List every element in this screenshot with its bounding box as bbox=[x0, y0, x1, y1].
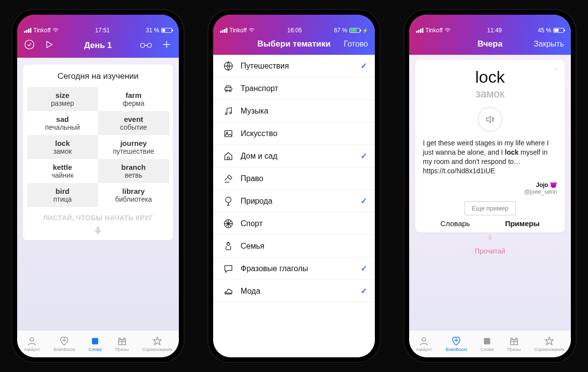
globe-icon bbox=[221, 61, 236, 71]
word-cell[interactable]: sadпечальный bbox=[27, 111, 98, 135]
topic-row[interactable]: Искусство bbox=[213, 122, 375, 145]
word-ru: путешествие bbox=[100, 147, 167, 155]
translation: замок bbox=[423, 88, 557, 100]
tab-слова[interactable]: Слова bbox=[89, 336, 102, 352]
word-ru: птица bbox=[29, 195, 96, 203]
seg-examples[interactable]: Примеры bbox=[505, 219, 540, 228]
shoe-icon bbox=[221, 286, 236, 297]
screen-3: Tinkoff 11:49 45 % Вчера Закрыть ⌄ lock … bbox=[409, 15, 571, 357]
word-cell[interactable]: libraryбиблиотека bbox=[98, 183, 169, 207]
svg-point-2 bbox=[147, 43, 152, 47]
word-ru: событие bbox=[100, 123, 167, 131]
tab-соревнования[interactable]: Соревнования bbox=[142, 336, 172, 352]
tab-brainboost[interactable]: BrainBoost bbox=[53, 336, 75, 352]
battery-icon bbox=[349, 28, 360, 33]
word-cell[interactable]: sizeразмер bbox=[27, 87, 98, 111]
play-icon[interactable] bbox=[44, 39, 54, 52]
word-cell[interactable]: kettleчайник bbox=[27, 159, 98, 183]
glasses-icon[interactable] bbox=[140, 40, 152, 51]
topic-row[interactable]: Природа✓ bbox=[213, 190, 375, 212]
clock: 17:51 bbox=[95, 27, 110, 34]
topic-label: Искусство bbox=[241, 129, 367, 138]
body: Сегодня на изучении sizeразмерfarmфермаs… bbox=[17, 58, 179, 330]
word-cell[interactable]: birdптица bbox=[27, 183, 98, 207]
close-button[interactable]: Закрыть bbox=[534, 40, 564, 48]
header: Tinkoff 11:49 45 % Вчера Закрыть bbox=[409, 15, 571, 55]
done-button[interactable]: Готово bbox=[344, 40, 368, 48]
word-cell[interactable]: journeyпутешествие bbox=[98, 135, 169, 159]
carrier: Tinkoff bbox=[425, 27, 442, 34]
speaker-button[interactable] bbox=[478, 107, 502, 132]
tab-label: Соревнования bbox=[142, 347, 172, 352]
svg-point-9 bbox=[229, 90, 231, 92]
word-en: journey bbox=[100, 139, 167, 147]
svg-point-18 bbox=[422, 338, 425, 341]
topic-row[interactable]: Транспорт bbox=[213, 77, 375, 100]
read-hint: Прочитай bbox=[415, 247, 565, 255]
word-ru: замок bbox=[29, 147, 96, 155]
tab-слова[interactable]: Слова bbox=[481, 336, 494, 352]
signal-icon bbox=[416, 28, 423, 33]
word-en: size bbox=[29, 91, 96, 99]
more-example-button[interactable]: Еще пример bbox=[465, 201, 516, 215]
battery-icon bbox=[161, 28, 172, 33]
topic-row[interactable]: Мода✓ bbox=[213, 280, 375, 302]
topic-row[interactable]: Фразовые глаголы✓ bbox=[213, 257, 375, 280]
word-cell[interactable]: branchветвь bbox=[98, 159, 169, 183]
carrier: Tinkoff bbox=[229, 27, 246, 34]
tree-icon bbox=[221, 196, 236, 207]
image-icon bbox=[221, 128, 236, 139]
baby-icon bbox=[221, 241, 236, 252]
status-bar: Tinkoff 11:49 45 % bbox=[409, 25, 571, 35]
check-icon: ✓ bbox=[361, 264, 367, 273]
seg-dictionary[interactable]: Словарь bbox=[441, 219, 470, 228]
tab-brainboost[interactable]: BrainBoost bbox=[445, 336, 467, 352]
tab-аккаунт[interactable]: Аккаунт bbox=[24, 336, 40, 352]
phone-1: Tinkoff 17:51 31 % День 1 bbox=[12, 10, 184, 362]
topic-row[interactable]: Спорт bbox=[213, 212, 375, 235]
svg-rect-19 bbox=[484, 338, 490, 345]
svg-rect-12 bbox=[225, 130, 232, 137]
wifi-icon bbox=[52, 28, 59, 33]
tab-label: Слова bbox=[89, 347, 102, 352]
word-en: farm bbox=[100, 91, 167, 99]
topic-row[interactable]: Дом и сад✓ bbox=[213, 145, 375, 167]
check-icon: ✓ bbox=[361, 151, 367, 161]
topic-row[interactable]: Путешествия✓ bbox=[213, 55, 375, 77]
topic-row[interactable]: Право bbox=[213, 167, 375, 190]
gavel-icon bbox=[221, 173, 236, 184]
clock: 11:49 bbox=[487, 27, 502, 34]
status-bar: Tinkoff 16:05 67 % ⚡ bbox=[213, 25, 375, 35]
tab-bar: АккаунтBrainBoostСловаПризыСоревнования bbox=[17, 330, 179, 357]
topic-label: Мода bbox=[241, 287, 361, 296]
plus-icon[interactable] bbox=[161, 39, 172, 52]
tab-призы[interactable]: Призы bbox=[115, 336, 128, 352]
author: Jojo 😈 @joee_senn bbox=[423, 182, 557, 195]
topic-list[interactable]: Путешествия✓ТранспортМузыкаИскусствоДом … bbox=[213, 55, 375, 357]
topic-row[interactable]: Семья bbox=[213, 235, 375, 257]
check-circle-icon[interactable] bbox=[24, 39, 35, 52]
header: Tinkoff 16:05 67 % ⚡ Выбери тематики Гот… bbox=[213, 15, 375, 55]
word-ru: размер bbox=[29, 99, 96, 107]
tab-аккаунт[interactable]: Аккаунт bbox=[416, 336, 432, 352]
wifi-icon bbox=[248, 28, 255, 33]
word-en: branch bbox=[100, 163, 167, 171]
topic-label: Природа bbox=[241, 197, 361, 206]
topic-row[interactable]: Музыка bbox=[213, 100, 375, 122]
battery-icon bbox=[553, 28, 564, 33]
chevron-down-icon[interactable]: ⌄ bbox=[553, 65, 558, 71]
word-cell[interactable]: farmферма bbox=[98, 87, 169, 111]
tab-призы[interactable]: Призы bbox=[507, 336, 520, 352]
tab-соревнования[interactable]: Соревнования bbox=[534, 336, 564, 352]
tab-label: Слова bbox=[481, 347, 494, 352]
example-link[interactable]: https://t.co/Nd8x1d1iUE bbox=[423, 167, 495, 175]
tab-label: BrainBoost bbox=[445, 347, 467, 352]
nav-title: Вчера bbox=[478, 39, 503, 49]
check-icon: ✓ bbox=[361, 286, 367, 296]
battery-pct: 67 % bbox=[334, 27, 347, 34]
phone-2: Tinkoff 16:05 67 % ⚡ Выбери тематики Гот… bbox=[208, 10, 380, 362]
ball-icon bbox=[221, 218, 236, 229]
word-cell[interactable]: lockзамок bbox=[27, 135, 98, 159]
author-name: Jojo 😈 bbox=[423, 182, 557, 188]
word-cell[interactable]: eventсобытие bbox=[98, 111, 169, 135]
